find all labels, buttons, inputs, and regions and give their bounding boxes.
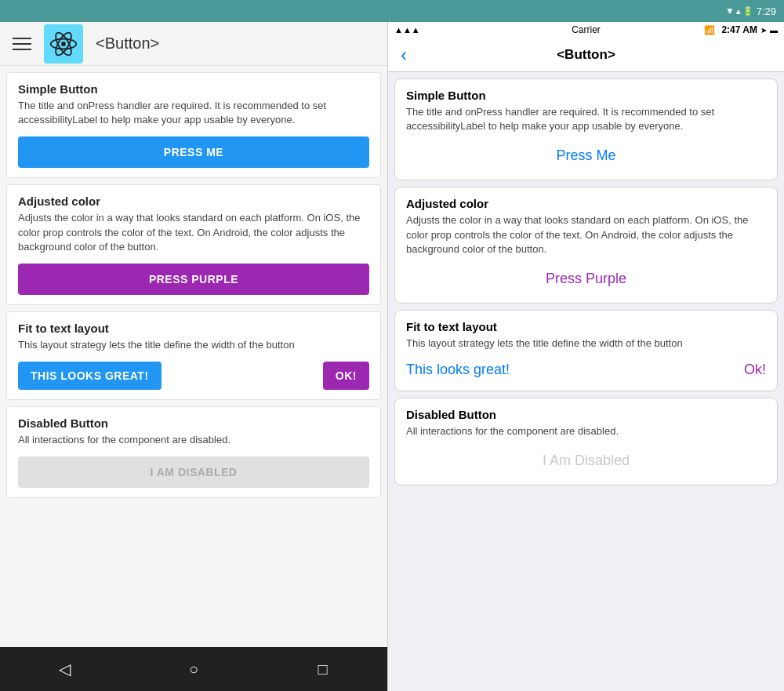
ios-fit-to-text-title: Fit to text layout <box>406 320 766 333</box>
ios-this-looks-great-button[interactable]: This looks great! <box>406 362 510 378</box>
ios-battery-icon: ▬ <box>770 26 778 35</box>
android-panel: <Button> Simple Button The title and onP… <box>0 22 388 691</box>
android-simple-button-title: Simple Button <box>18 82 369 96</box>
android-fit-to-text-section: Fit to text layout This layout strategy … <box>6 311 381 400</box>
android-status-bar: ▼ ▲ 🔋 7:29 <box>0 0 784 22</box>
ios-ok-button[interactable]: Ok! <box>744 362 766 378</box>
android-signal-icon: ▲ <box>735 7 742 16</box>
ios-panel: ▲▲▲ Carrier 📶 2:47 AM ➤ ▬ ‹ <Button> Sim… <box>388 22 784 691</box>
ios-disabled-title: Disabled Button <box>406 408 766 421</box>
ios-carrier: Carrier <box>572 24 601 35</box>
android-this-looks-great-button[interactable]: THIS LOOKS GREAT! <box>18 362 162 390</box>
ios-fit-to-text-section: Fit to text layout This layout strategy … <box>394 310 778 391</box>
android-home-nav[interactable]: ○ <box>178 653 209 685</box>
android-press-purple-button[interactable]: PRESS PURPLE <box>18 264 369 295</box>
android-time: 7:29 <box>757 5 776 17</box>
ios-disabled-button: I Am Disabled <box>406 446 766 475</box>
ios-signal-icon: ▲▲▲ <box>394 25 420 35</box>
ios-simple-button-section: Simple Button The title and onPress hand… <box>394 78 778 180</box>
android-adjusted-color-desc: Adjusts the color in a way that looks st… <box>18 211 369 254</box>
react-logo-svg <box>49 30 78 58</box>
ios-disabled-desc: All interactions for the component are d… <box>406 424 766 438</box>
ios-simple-button-title: Simple Button <box>406 89 766 102</box>
android-header: <Button> <box>0 22 387 66</box>
android-wifi-icon: ▼ <box>725 5 735 16</box>
android-recent-nav[interactable]: □ <box>307 653 339 685</box>
ios-adjusted-color-section: Adjusted color Adjusts the color in a wa… <box>394 187 778 304</box>
android-back-nav[interactable]: ◁ <box>49 653 80 685</box>
android-adjusted-color-title: Adjusted color <box>18 195 369 208</box>
svg-point-3 <box>61 42 66 46</box>
ios-wifi-icon: 📶 <box>704 25 715 35</box>
ios-simple-button-desc: The title and onPress handler are requir… <box>406 105 766 133</box>
android-disabled-desc: All interactions for the component are d… <box>18 433 369 447</box>
ios-time: 2:47 AM <box>721 24 757 35</box>
ios-status-left: ▲▲▲ <box>394 25 420 35</box>
android-simple-button-desc: The title and onPress handler are requir… <box>18 99 369 127</box>
ios-fit-row: This looks great! Ok! <box>406 358 766 381</box>
android-disabled-button: I AM DISABLED <box>18 456 369 488</box>
ios-back-button[interactable]: ‹ <box>401 44 407 66</box>
ios-header: ‹ <Button> <box>388 38 784 72</box>
ios-adjusted-color-title: Adjusted color <box>406 197 766 210</box>
ios-scroll: Simple Button The title and onPress hand… <box>388 72 784 691</box>
ios-fit-to-text-desc: This layout strategy lets the title defi… <box>406 336 766 351</box>
android-simple-button-section: Simple Button The title and onPress hand… <box>6 72 381 178</box>
ios-status-bar: ▲▲▲ Carrier 📶 2:47 AM ➤ ▬ <box>388 22 784 38</box>
ios-press-me-button[interactable]: Press Me <box>406 141 766 170</box>
ios-disabled-section: Disabled Button All interactions for the… <box>394 398 778 486</box>
ios-header-title: <Button> <box>557 47 615 63</box>
android-disabled-section: Disabled Button All interactions for the… <box>6 406 381 498</box>
ios-adjusted-color-desc: Adjusts the color in a way that looks st… <box>406 213 766 256</box>
react-logo <box>44 24 83 64</box>
android-fit-row: THIS LOOKS GREAT! OK! <box>18 362 369 390</box>
android-bottom-nav: ◁ ○ □ <box>0 647 387 691</box>
android-ok-button[interactable]: OK! <box>323 362 369 390</box>
ios-location-icon: ➤ <box>760 26 767 35</box>
android-battery-icon: 🔋 <box>742 6 753 16</box>
android-adjusted-color-section: Adjusted color Adjusts the color in a wa… <box>6 184 381 305</box>
hamburger-icon[interactable] <box>13 38 31 50</box>
ios-press-purple-button[interactable]: Press Purple <box>406 264 766 293</box>
android-header-title: <Button> <box>96 35 159 53</box>
android-disabled-title: Disabled Button <box>18 416 369 430</box>
main-content: <Button> Simple Button The title and onP… <box>0 22 784 691</box>
android-scroll: Simple Button The title and onPress hand… <box>0 66 387 647</box>
android-press-me-button[interactable]: PRESS ME <box>18 136 369 168</box>
android-fit-to-text-title: Fit to text layout <box>18 322 369 335</box>
android-fit-to-text-desc: This layout strategy lets the title defi… <box>18 338 369 352</box>
